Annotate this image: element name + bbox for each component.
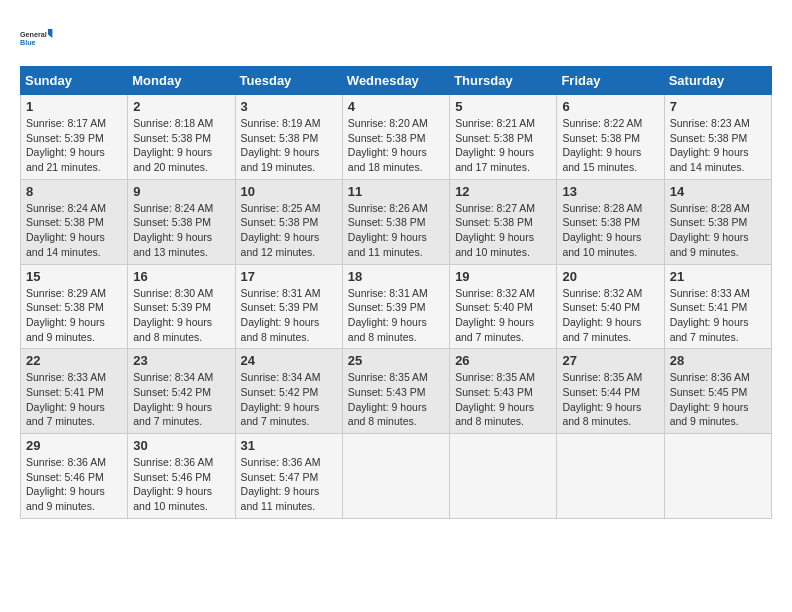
day-number: 23 [133, 353, 229, 368]
day-info: Sunrise: 8:36 AM Sunset: 5:45 PM Dayligh… [670, 370, 766, 429]
calendar-cell: 8Sunrise: 8:24 AM Sunset: 5:38 PM Daylig… [21, 179, 128, 264]
weekday-wednesday: Wednesday [342, 67, 449, 95]
day-number: 19 [455, 269, 551, 284]
calendar-week-4: 22Sunrise: 8:33 AM Sunset: 5:41 PM Dayli… [21, 349, 772, 434]
calendar-cell [557, 434, 664, 519]
day-number: 3 [241, 99, 337, 114]
calendar-week-1: 1Sunrise: 8:17 AM Sunset: 5:39 PM Daylig… [21, 95, 772, 180]
day-info: Sunrise: 8:33 AM Sunset: 5:41 PM Dayligh… [670, 286, 766, 345]
day-info: Sunrise: 8:24 AM Sunset: 5:38 PM Dayligh… [26, 201, 122, 260]
calendar-cell: 27Sunrise: 8:35 AM Sunset: 5:44 PM Dayli… [557, 349, 664, 434]
calendar-cell: 14Sunrise: 8:28 AM Sunset: 5:38 PM Dayli… [664, 179, 771, 264]
weekday-sunday: Sunday [21, 67, 128, 95]
calendar-cell: 4Sunrise: 8:20 AM Sunset: 5:38 PM Daylig… [342, 95, 449, 180]
day-info: Sunrise: 8:28 AM Sunset: 5:38 PM Dayligh… [670, 201, 766, 260]
day-number: 31 [241, 438, 337, 453]
calendar-cell: 11Sunrise: 8:26 AM Sunset: 5:38 PM Dayli… [342, 179, 449, 264]
day-info: Sunrise: 8:22 AM Sunset: 5:38 PM Dayligh… [562, 116, 658, 175]
weekday-header-row: SundayMondayTuesdayWednesdayThursdayFrid… [21, 67, 772, 95]
svg-marker-2 [48, 29, 53, 38]
calendar-cell: 21Sunrise: 8:33 AM Sunset: 5:41 PM Dayli… [664, 264, 771, 349]
day-number: 14 [670, 184, 766, 199]
page-header: GeneralBlue [20, 20, 772, 56]
calendar-cell: 30Sunrise: 8:36 AM Sunset: 5:46 PM Dayli… [128, 434, 235, 519]
day-number: 20 [562, 269, 658, 284]
day-info: Sunrise: 8:36 AM Sunset: 5:46 PM Dayligh… [133, 455, 229, 514]
day-number: 25 [348, 353, 444, 368]
calendar-cell: 10Sunrise: 8:25 AM Sunset: 5:38 PM Dayli… [235, 179, 342, 264]
day-info: Sunrise: 8:25 AM Sunset: 5:38 PM Dayligh… [241, 201, 337, 260]
day-info: Sunrise: 8:36 AM Sunset: 5:47 PM Dayligh… [241, 455, 337, 514]
calendar-table: SundayMondayTuesdayWednesdayThursdayFrid… [20, 66, 772, 519]
calendar-cell: 24Sunrise: 8:34 AM Sunset: 5:42 PM Dayli… [235, 349, 342, 434]
weekday-friday: Friday [557, 67, 664, 95]
day-number: 5 [455, 99, 551, 114]
day-number: 28 [670, 353, 766, 368]
calendar-cell [664, 434, 771, 519]
day-info: Sunrise: 8:29 AM Sunset: 5:38 PM Dayligh… [26, 286, 122, 345]
calendar-cell: 13Sunrise: 8:28 AM Sunset: 5:38 PM Dayli… [557, 179, 664, 264]
calendar-cell: 12Sunrise: 8:27 AM Sunset: 5:38 PM Dayli… [450, 179, 557, 264]
weekday-monday: Monday [128, 67, 235, 95]
svg-text:Blue: Blue [20, 38, 36, 47]
day-info: Sunrise: 8:28 AM Sunset: 5:38 PM Dayligh… [562, 201, 658, 260]
calendar-cell: 2Sunrise: 8:18 AM Sunset: 5:38 PM Daylig… [128, 95, 235, 180]
calendar-cell: 20Sunrise: 8:32 AM Sunset: 5:40 PM Dayli… [557, 264, 664, 349]
day-info: Sunrise: 8:32 AM Sunset: 5:40 PM Dayligh… [455, 286, 551, 345]
weekday-thursday: Thursday [450, 67, 557, 95]
day-info: Sunrise: 8:31 AM Sunset: 5:39 PM Dayligh… [348, 286, 444, 345]
day-number: 21 [670, 269, 766, 284]
day-info: Sunrise: 8:24 AM Sunset: 5:38 PM Dayligh… [133, 201, 229, 260]
day-info: Sunrise: 8:21 AM Sunset: 5:38 PM Dayligh… [455, 116, 551, 175]
day-number: 9 [133, 184, 229, 199]
day-info: Sunrise: 8:17 AM Sunset: 5:39 PM Dayligh… [26, 116, 122, 175]
day-number: 24 [241, 353, 337, 368]
calendar-cell: 1Sunrise: 8:17 AM Sunset: 5:39 PM Daylig… [21, 95, 128, 180]
day-info: Sunrise: 8:34 AM Sunset: 5:42 PM Dayligh… [133, 370, 229, 429]
day-info: Sunrise: 8:20 AM Sunset: 5:38 PM Dayligh… [348, 116, 444, 175]
logo-icon: GeneralBlue [20, 20, 56, 56]
calendar-cell: 16Sunrise: 8:30 AM Sunset: 5:39 PM Dayli… [128, 264, 235, 349]
day-number: 11 [348, 184, 444, 199]
calendar-cell: 31Sunrise: 8:36 AM Sunset: 5:47 PM Dayli… [235, 434, 342, 519]
calendar-body: 1Sunrise: 8:17 AM Sunset: 5:39 PM Daylig… [21, 95, 772, 519]
calendar-cell: 6Sunrise: 8:22 AM Sunset: 5:38 PM Daylig… [557, 95, 664, 180]
day-number: 6 [562, 99, 658, 114]
day-info: Sunrise: 8:34 AM Sunset: 5:42 PM Dayligh… [241, 370, 337, 429]
calendar-cell: 3Sunrise: 8:19 AM Sunset: 5:38 PM Daylig… [235, 95, 342, 180]
day-number: 16 [133, 269, 229, 284]
day-info: Sunrise: 8:18 AM Sunset: 5:38 PM Dayligh… [133, 116, 229, 175]
calendar-week-5: 29Sunrise: 8:36 AM Sunset: 5:46 PM Dayli… [21, 434, 772, 519]
day-number: 22 [26, 353, 122, 368]
calendar-cell [342, 434, 449, 519]
calendar-cell: 19Sunrise: 8:32 AM Sunset: 5:40 PM Dayli… [450, 264, 557, 349]
calendar-week-2: 8Sunrise: 8:24 AM Sunset: 5:38 PM Daylig… [21, 179, 772, 264]
day-number: 27 [562, 353, 658, 368]
day-number: 8 [26, 184, 122, 199]
day-number: 7 [670, 99, 766, 114]
day-number: 12 [455, 184, 551, 199]
calendar-cell: 17Sunrise: 8:31 AM Sunset: 5:39 PM Dayli… [235, 264, 342, 349]
day-info: Sunrise: 8:31 AM Sunset: 5:39 PM Dayligh… [241, 286, 337, 345]
day-number: 17 [241, 269, 337, 284]
day-number: 4 [348, 99, 444, 114]
day-number: 29 [26, 438, 122, 453]
day-info: Sunrise: 8:33 AM Sunset: 5:41 PM Dayligh… [26, 370, 122, 429]
day-info: Sunrise: 8:36 AM Sunset: 5:46 PM Dayligh… [26, 455, 122, 514]
calendar-cell: 23Sunrise: 8:34 AM Sunset: 5:42 PM Dayli… [128, 349, 235, 434]
day-number: 30 [133, 438, 229, 453]
calendar-cell: 5Sunrise: 8:21 AM Sunset: 5:38 PM Daylig… [450, 95, 557, 180]
day-number: 1 [26, 99, 122, 114]
logo: GeneralBlue [20, 20, 56, 56]
day-number: 26 [455, 353, 551, 368]
day-number: 2 [133, 99, 229, 114]
day-number: 18 [348, 269, 444, 284]
day-info: Sunrise: 8:19 AM Sunset: 5:38 PM Dayligh… [241, 116, 337, 175]
day-info: Sunrise: 8:30 AM Sunset: 5:39 PM Dayligh… [133, 286, 229, 345]
calendar-cell [450, 434, 557, 519]
day-number: 10 [241, 184, 337, 199]
calendar-cell: 15Sunrise: 8:29 AM Sunset: 5:38 PM Dayli… [21, 264, 128, 349]
day-info: Sunrise: 8:27 AM Sunset: 5:38 PM Dayligh… [455, 201, 551, 260]
day-info: Sunrise: 8:32 AM Sunset: 5:40 PM Dayligh… [562, 286, 658, 345]
day-info: Sunrise: 8:35 AM Sunset: 5:43 PM Dayligh… [455, 370, 551, 429]
